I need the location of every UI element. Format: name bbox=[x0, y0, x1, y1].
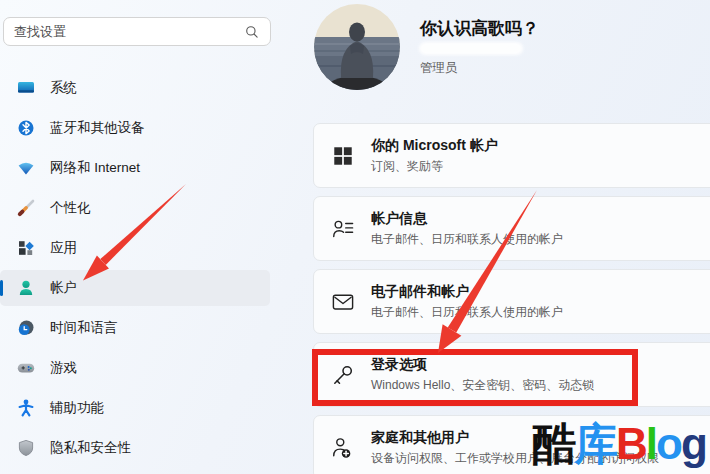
card-family-users[interactable]: 家庭和其他用户 设备访问权限、工作或学校用户、展台分配的访问权限 bbox=[313, 415, 710, 474]
search-input[interactable] bbox=[14, 24, 244, 39]
sidebar-item-label: 时间和语言 bbox=[50, 319, 118, 337]
sidebar-item-label: 网络和 Internet bbox=[50, 159, 140, 177]
card-account-info[interactable]: 帐户信息 电子邮件、日历和联系人使用的帐户 bbox=[313, 196, 710, 261]
card-title: 你的 Microsoft 帐户 bbox=[371, 137, 498, 155]
sidebar-item-label: 应用 bbox=[50, 239, 77, 257]
card-microsoft-account[interactable]: 你的 Microsoft 帐户 订阅、奖励等 bbox=[313, 123, 710, 188]
apps-icon bbox=[16, 238, 36, 258]
sidebar-nav: 系统 蓝牙和其他设备 网络和 Internet 个性化 bbox=[0, 70, 270, 470]
sidebar-item-time-language[interactable]: 时间和语言 bbox=[0, 310, 270, 346]
sidebar-item-network[interactable]: 网络和 Internet bbox=[0, 150, 270, 186]
privacy-icon bbox=[16, 438, 36, 458]
card-subtitle: Windows Hello、安全密钥、密码、动态锁 bbox=[371, 377, 594, 394]
card-title: 家庭和其他用户 bbox=[371, 429, 659, 447]
key-icon bbox=[331, 363, 355, 387]
accounts-icon bbox=[16, 278, 36, 298]
time-language-icon bbox=[16, 318, 36, 338]
sidebar-item-accessibility[interactable]: 辅助功能 bbox=[0, 390, 270, 426]
sidebar-item-apps[interactable]: 应用 bbox=[0, 230, 270, 266]
gaming-icon bbox=[16, 358, 36, 378]
bluetooth-icon bbox=[16, 118, 36, 138]
profile-name: 你认识高歌吗？ bbox=[420, 17, 539, 40]
sidebar-item-gaming[interactable]: 游戏 bbox=[0, 350, 270, 386]
profile-role: 管理员 bbox=[420, 60, 458, 77]
sidebar-item-label: 帐户 bbox=[50, 279, 77, 297]
sidebar-item-label: 系统 bbox=[50, 79, 77, 97]
family-icon bbox=[331, 436, 355, 460]
sidebar-item-privacy[interactable]: 隐私和安全性 bbox=[0, 430, 270, 466]
accessibility-icon bbox=[16, 398, 36, 418]
sidebar-item-personalization[interactable]: 个性化 bbox=[0, 190, 270, 226]
selected-indicator-pill bbox=[0, 280, 3, 296]
sidebar-item-label: 隐私和安全性 bbox=[50, 439, 131, 457]
card-signin-options[interactable]: 登录选项 Windows Hello、安全密钥、密码、动态锁 bbox=[313, 342, 710, 407]
sidebar-item-label: 游戏 bbox=[50, 359, 77, 377]
sidebar-item-system[interactable]: 系统 bbox=[0, 70, 270, 106]
system-icon bbox=[16, 78, 36, 98]
sidebar-item-label: 蓝牙和其他设备 bbox=[50, 119, 145, 137]
settings-card-list: 你的 Microsoft 帐户 订阅、奖励等 帐户信息 电子邮件、日历和联系人使… bbox=[313, 123, 710, 474]
microsoft-logo-icon bbox=[331, 144, 355, 168]
card-subtitle: 设备访问权限、工作或学校用户、展台分配的访问权限 bbox=[371, 450, 659, 467]
search-icon[interactable] bbox=[244, 24, 260, 40]
search-box[interactable] bbox=[3, 17, 271, 46]
card-title: 登录选项 bbox=[371, 356, 594, 374]
card-email-accounts[interactable]: 电子邮件和帐户 电子邮件、日历和联系人使用的帐户 bbox=[313, 269, 710, 334]
redacted-email-blur bbox=[419, 42, 523, 55]
card-subtitle: 电子邮件、日历和联系人使用的帐户 bbox=[371, 304, 563, 321]
sidebar-item-bluetooth[interactable]: 蓝牙和其他设备 bbox=[0, 110, 270, 146]
avatar bbox=[314, 4, 400, 90]
sidebar-item-label: 个性化 bbox=[50, 199, 91, 217]
card-subtitle: 订阅、奖励等 bbox=[371, 158, 498, 175]
personalization-icon bbox=[16, 198, 36, 218]
card-title: 帐户信息 bbox=[371, 210, 563, 228]
network-icon bbox=[16, 158, 36, 178]
account-info-icon bbox=[331, 217, 355, 241]
sidebar-item-label: 辅助功能 bbox=[50, 399, 104, 417]
card-subtitle: 电子邮件、日历和联系人使用的帐户 bbox=[371, 231, 563, 248]
email-icon bbox=[331, 290, 355, 314]
sidebar-item-accounts[interactable]: 帐户 bbox=[0, 270, 270, 306]
card-title: 电子邮件和帐户 bbox=[371, 283, 563, 301]
